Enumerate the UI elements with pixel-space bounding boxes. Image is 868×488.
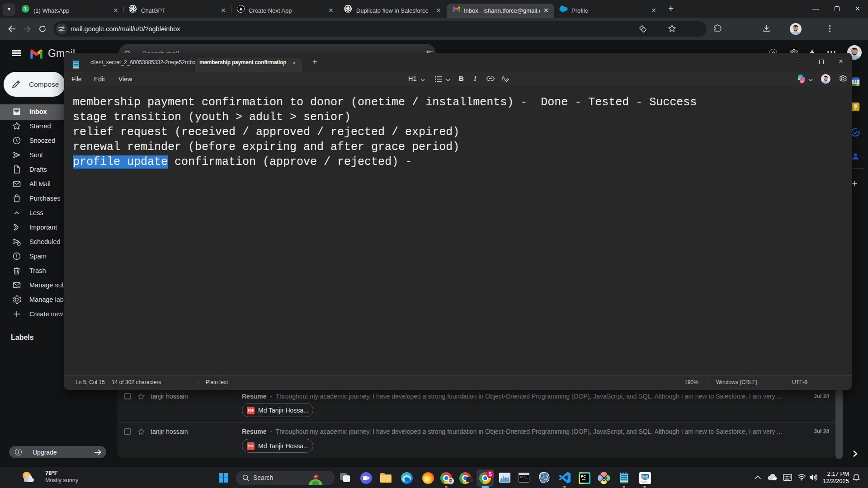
svg-text:31: 31 <box>853 80 858 84</box>
svg-text:A: A <box>501 75 505 82</box>
